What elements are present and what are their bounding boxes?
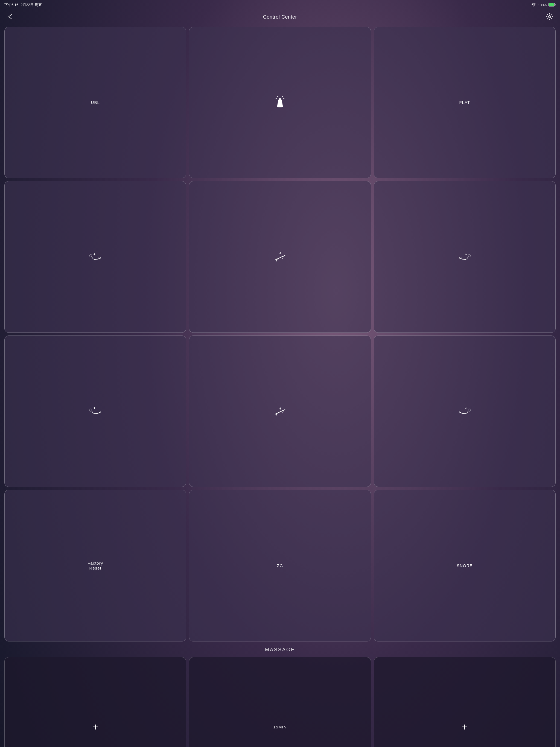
flat-button[interactable]: FLAT	[374, 27, 556, 178]
ubl-label: UBL	[91, 100, 100, 105]
massage-15min-button[interactable]: 15MIN	[189, 657, 371, 747]
svg-point-3	[549, 16, 551, 18]
svg-line-20	[283, 257, 283, 259]
massage-left-plus-button[interactable]: +	[4, 657, 186, 747]
battery-percentage: 100%	[538, 3, 547, 7]
massage-right-plus-symbol: +	[462, 722, 467, 732]
page-title: Control Center	[263, 14, 297, 20]
status-date: 2月22日 周五	[21, 2, 42, 7]
status-time-date: 下午6:16 2月22日 周五	[4, 2, 42, 7]
bed-down-icon	[274, 405, 286, 418]
svg-line-7	[283, 98, 284, 99]
settings-icon	[546, 13, 554, 21]
svg-line-34	[283, 411, 283, 413]
main-content: UBL FLAT	[0, 24, 560, 747]
factory-reset-label: FactoryReset	[87, 561, 103, 571]
battery-icon	[549, 3, 556, 7]
massage-right-plus-button[interactable]: +	[374, 657, 556, 747]
control-grid: UBL FLAT	[4, 27, 556, 641]
massage-left-controls: + −	[4, 657, 186, 747]
flat-label: FLAT	[459, 100, 470, 105]
foot-up-icon	[458, 251, 471, 264]
foot-up-button[interactable]	[374, 181, 556, 333]
massage-15min-label: 15MIN	[273, 725, 286, 729]
svg-rect-2	[549, 3, 554, 6]
svg-line-6	[278, 97, 278, 97]
svg-rect-12	[98, 258, 99, 259]
svg-line-16	[275, 255, 285, 260]
svg-point-11	[90, 255, 92, 257]
flashlight-button[interactable]	[189, 27, 371, 178]
svg-rect-1	[555, 4, 556, 5]
svg-point-35	[468, 409, 470, 411]
zg-button[interactable]: ZG	[189, 490, 371, 641]
massage-center-controls: 15MIN 30MIN WAVE	[189, 657, 371, 747]
snore-button[interactable]: SNORE	[374, 490, 556, 641]
status-indicators: 100%	[531, 3, 556, 7]
svg-line-30	[275, 410, 285, 414]
svg-rect-22	[461, 258, 462, 259]
svg-rect-10	[279, 106, 281, 107]
head-down-button[interactable]	[4, 335, 186, 487]
settings-button[interactable]	[545, 12, 555, 22]
svg-rect-9	[279, 98, 281, 100]
factory-reset-button[interactable]: FactoryReset	[4, 490, 186, 641]
nav-bar: Control Center	[0, 10, 560, 24]
head-down-icon	[89, 405, 102, 418]
back-icon	[6, 14, 14, 20]
zg-label: ZG	[277, 563, 283, 568]
bed-tilt-up-button[interactable]	[189, 181, 371, 333]
massage-controls: + − 15MIN 30MIN WAVE + −	[4, 657, 556, 747]
svg-line-5	[282, 97, 283, 97]
svg-line-8	[276, 98, 277, 99]
wifi-icon	[531, 3, 536, 7]
head-up-icon	[89, 251, 102, 264]
massage-section-title: MASSAGE	[4, 647, 556, 653]
ubl-button[interactable]: UBL	[4, 27, 186, 178]
svg-rect-36	[461, 412, 462, 413]
svg-line-18	[276, 260, 277, 262]
back-button[interactable]	[5, 12, 15, 22]
snore-label: SNORE	[457, 563, 473, 568]
svg-rect-26	[98, 412, 99, 413]
head-up-button[interactable]	[4, 181, 186, 333]
bed-tilt-down-button[interactable]	[189, 335, 371, 487]
status-bar: 下午6:16 2月22日 周五 100%	[0, 0, 560, 10]
massage-left-plus-symbol: +	[93, 722, 98, 732]
svg-line-32	[276, 414, 277, 416]
foot-down-button[interactable]	[374, 335, 556, 487]
status-time: 下午6:16	[4, 2, 18, 7]
foot-down-icon	[458, 405, 471, 418]
flashlight-icon	[274, 96, 286, 109]
massage-right-controls: + −	[374, 657, 556, 747]
svg-point-21	[468, 255, 470, 257]
bed-up-icon	[274, 251, 286, 264]
svg-point-25	[90, 409, 92, 411]
